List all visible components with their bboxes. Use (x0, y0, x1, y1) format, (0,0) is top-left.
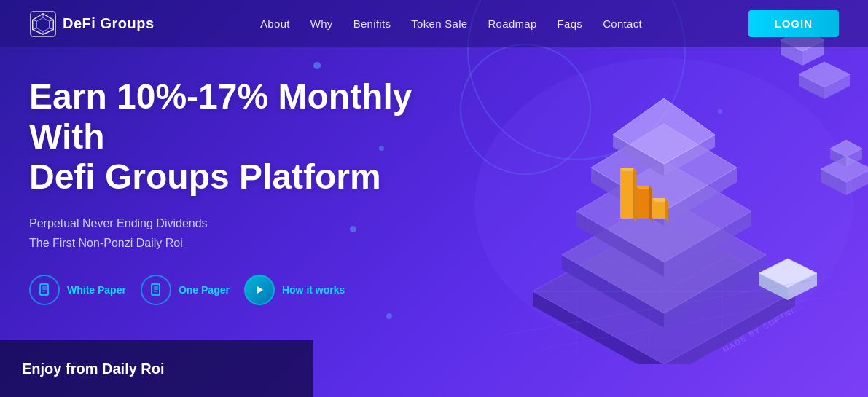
hero-buttons: White Paper One Pager (29, 275, 492, 305)
navbar: DeFi Groups About Why Benifits Token Sal… (0, 0, 868, 47)
hero-subtitle: Perpetual Never Ending Dividends The Fir… (29, 213, 492, 253)
onepager-icon (141, 275, 171, 305)
bottom-bar: Enjoy from Daily Roi (0, 340, 313, 397)
bottom-bar-text: Enjoy from Daily Roi (22, 361, 165, 377)
nav-token-sale[interactable]: Token Sale (411, 17, 467, 30)
nav-about[interactable]: About (260, 17, 290, 30)
hero-title-line1: Earn 10%-17% Monthly With (29, 77, 412, 156)
deco-dot (386, 313, 392, 319)
logo-icon (29, 10, 57, 38)
how-it-works-button[interactable]: How it works (244, 275, 345, 305)
whitepaper-label: White Paper (67, 284, 126, 296)
svg-line-7 (33, 28, 37, 29)
svg-rect-40 (636, 186, 649, 219)
svg-marker-39 (633, 168, 636, 222)
hero-subtitle-line1: Perpetual Never Ending Dividends (29, 213, 492, 233)
nav-roadmap[interactable]: Roadmap (488, 17, 536, 30)
hero-subtitle-line2: The First Non-Ponzi Daily Roi (29, 233, 492, 253)
hero-title: Earn 10%-17% Monthly With Defi Groups Pl… (29, 76, 492, 197)
hero-section: Earn 10%-17% Monthly With Defi Groups Pl… (0, 47, 521, 305)
svg-marker-42 (649, 186, 652, 222)
login-button[interactable]: LOGIN (748, 10, 840, 37)
svg-marker-17 (257, 286, 263, 294)
page-wrapper: DeFi Groups About Why Benifits Token Sal… (0, 0, 868, 397)
nav-contact[interactable]: Contact (603, 17, 642, 30)
onepager-button[interactable]: One Pager (141, 275, 230, 305)
whitepaper-button[interactable]: White Paper (29, 275, 126, 305)
nav-benifits[interactable]: Benifits (353, 17, 391, 30)
svg-line-8 (33, 20, 37, 21)
brand-name: DeFi Groups (63, 15, 155, 32)
logo-area: DeFi Groups (29, 10, 155, 38)
play-icon (244, 275, 275, 305)
nav-faqs[interactable]: Faqs (558, 17, 583, 30)
svg-marker-45 (665, 198, 668, 222)
svg-marker-2 (36, 17, 49, 31)
nav-links: About Why Benifits Token Sale Roadmap Fa… (260, 17, 642, 31)
svg-rect-37 (620, 168, 633, 219)
onepager-label: One Pager (179, 284, 230, 296)
nav-why[interactable]: Why (310, 17, 333, 30)
svg-line-5 (50, 28, 54, 29)
how-it-works-label: How it works (282, 284, 345, 296)
whitepaper-icon (29, 275, 60, 305)
hero-title-line2: Defi Groups Platform (29, 157, 381, 196)
svg-line-4 (50, 20, 54, 21)
